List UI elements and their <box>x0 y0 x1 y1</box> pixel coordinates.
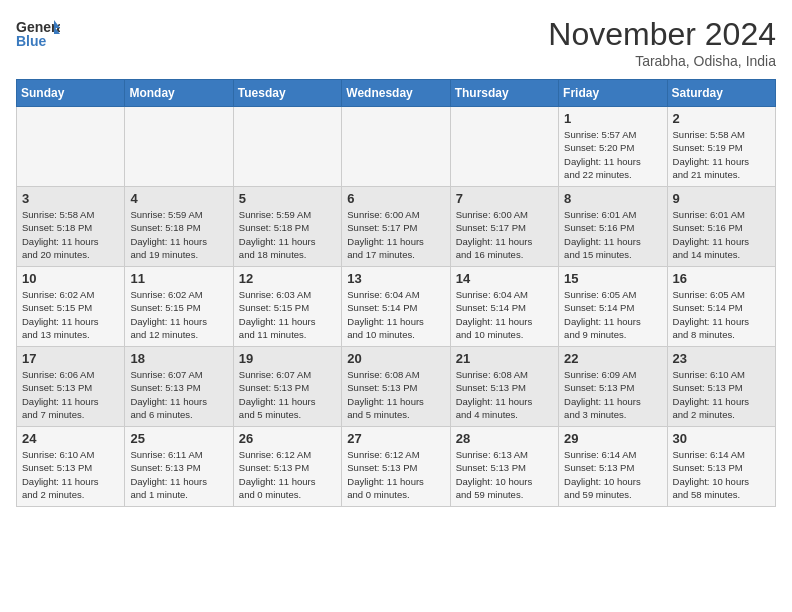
calendar-day-cell: 23Sunrise: 6:10 AM Sunset: 5:13 PM Dayli… <box>667 347 775 427</box>
day-number: 3 <box>22 191 119 206</box>
location-subtitle: Tarabha, Odisha, India <box>548 53 776 69</box>
day-info: Sunrise: 6:08 AM Sunset: 5:13 PM Dayligh… <box>347 368 444 421</box>
calendar-day-cell <box>17 107 125 187</box>
day-info: Sunrise: 6:07 AM Sunset: 5:13 PM Dayligh… <box>130 368 227 421</box>
day-number: 22 <box>564 351 661 366</box>
day-number: 6 <box>347 191 444 206</box>
day-number: 10 <box>22 271 119 286</box>
day-info: Sunrise: 6:14 AM Sunset: 5:13 PM Dayligh… <box>673 448 770 501</box>
day-number: 2 <box>673 111 770 126</box>
day-info: Sunrise: 6:11 AM Sunset: 5:13 PM Dayligh… <box>130 448 227 501</box>
logo: General Blue <box>16 16 64 52</box>
day-info: Sunrise: 5:59 AM Sunset: 5:18 PM Dayligh… <box>130 208 227 261</box>
calendar-day-cell: 29Sunrise: 6:14 AM Sunset: 5:13 PM Dayli… <box>559 427 667 507</box>
calendar-week-row: 3Sunrise: 5:58 AM Sunset: 5:18 PM Daylig… <box>17 187 776 267</box>
day-number: 1 <box>564 111 661 126</box>
day-info: Sunrise: 6:02 AM Sunset: 5:15 PM Dayligh… <box>22 288 119 341</box>
weekday-header-cell: Monday <box>125 80 233 107</box>
day-number: 12 <box>239 271 336 286</box>
calendar-week-row: 10Sunrise: 6:02 AM Sunset: 5:15 PM Dayli… <box>17 267 776 347</box>
calendar-day-cell: 28Sunrise: 6:13 AM Sunset: 5:13 PM Dayli… <box>450 427 558 507</box>
day-number: 11 <box>130 271 227 286</box>
calendar-day-cell: 21Sunrise: 6:08 AM Sunset: 5:13 PM Dayli… <box>450 347 558 427</box>
day-number: 4 <box>130 191 227 206</box>
calendar-day-cell: 30Sunrise: 6:14 AM Sunset: 5:13 PM Dayli… <box>667 427 775 507</box>
day-info: Sunrise: 6:04 AM Sunset: 5:14 PM Dayligh… <box>347 288 444 341</box>
calendar-day-cell: 2Sunrise: 5:58 AM Sunset: 5:19 PM Daylig… <box>667 107 775 187</box>
day-info: Sunrise: 6:01 AM Sunset: 5:16 PM Dayligh… <box>564 208 661 261</box>
day-info: Sunrise: 6:03 AM Sunset: 5:15 PM Dayligh… <box>239 288 336 341</box>
day-info: Sunrise: 6:05 AM Sunset: 5:14 PM Dayligh… <box>564 288 661 341</box>
day-number: 26 <box>239 431 336 446</box>
calendar-day-cell: 27Sunrise: 6:12 AM Sunset: 5:13 PM Dayli… <box>342 427 450 507</box>
calendar-day-cell: 18Sunrise: 6:07 AM Sunset: 5:13 PM Dayli… <box>125 347 233 427</box>
calendar-day-cell: 7Sunrise: 6:00 AM Sunset: 5:17 PM Daylig… <box>450 187 558 267</box>
day-number: 23 <box>673 351 770 366</box>
day-info: Sunrise: 5:57 AM Sunset: 5:20 PM Dayligh… <box>564 128 661 181</box>
weekday-header-cell: Saturday <box>667 80 775 107</box>
weekday-header-cell: Friday <box>559 80 667 107</box>
calendar-day-cell: 19Sunrise: 6:07 AM Sunset: 5:13 PM Dayli… <box>233 347 341 427</box>
calendar-day-cell: 26Sunrise: 6:12 AM Sunset: 5:13 PM Dayli… <box>233 427 341 507</box>
day-info: Sunrise: 6:00 AM Sunset: 5:17 PM Dayligh… <box>347 208 444 261</box>
weekday-header-cell: Sunday <box>17 80 125 107</box>
calendar-day-cell: 8Sunrise: 6:01 AM Sunset: 5:16 PM Daylig… <box>559 187 667 267</box>
calendar-day-cell: 6Sunrise: 6:00 AM Sunset: 5:17 PM Daylig… <box>342 187 450 267</box>
calendar-table: SundayMondayTuesdayWednesdayThursdayFrid… <box>16 79 776 507</box>
calendar-day-cell: 9Sunrise: 6:01 AM Sunset: 5:16 PM Daylig… <box>667 187 775 267</box>
calendar-day-cell: 12Sunrise: 6:03 AM Sunset: 5:15 PM Dayli… <box>233 267 341 347</box>
calendar-day-cell: 15Sunrise: 6:05 AM Sunset: 5:14 PM Dayli… <box>559 267 667 347</box>
day-info: Sunrise: 6:01 AM Sunset: 5:16 PM Dayligh… <box>673 208 770 261</box>
day-number: 14 <box>456 271 553 286</box>
calendar-day-cell: 1Sunrise: 5:57 AM Sunset: 5:20 PM Daylig… <box>559 107 667 187</box>
day-number: 20 <box>347 351 444 366</box>
calendar-day-cell: 25Sunrise: 6:11 AM Sunset: 5:13 PM Dayli… <box>125 427 233 507</box>
calendar-day-cell: 20Sunrise: 6:08 AM Sunset: 5:13 PM Dayli… <box>342 347 450 427</box>
month-title: November 2024 <box>548 16 776 53</box>
calendar-day-cell: 5Sunrise: 5:59 AM Sunset: 5:18 PM Daylig… <box>233 187 341 267</box>
day-number: 13 <box>347 271 444 286</box>
calendar-day-cell: 17Sunrise: 6:06 AM Sunset: 5:13 PM Dayli… <box>17 347 125 427</box>
day-info: Sunrise: 6:10 AM Sunset: 5:13 PM Dayligh… <box>22 448 119 501</box>
day-info: Sunrise: 6:07 AM Sunset: 5:13 PM Dayligh… <box>239 368 336 421</box>
svg-text:Blue: Blue <box>16 33 47 49</box>
weekday-header-cell: Tuesday <box>233 80 341 107</box>
calendar-day-cell <box>125 107 233 187</box>
day-info: Sunrise: 6:06 AM Sunset: 5:13 PM Dayligh… <box>22 368 119 421</box>
calendar-week-row: 24Sunrise: 6:10 AM Sunset: 5:13 PM Dayli… <box>17 427 776 507</box>
day-number: 15 <box>564 271 661 286</box>
day-number: 30 <box>673 431 770 446</box>
day-number: 24 <box>22 431 119 446</box>
day-number: 17 <box>22 351 119 366</box>
day-number: 9 <box>673 191 770 206</box>
calendar-day-cell: 3Sunrise: 5:58 AM Sunset: 5:18 PM Daylig… <box>17 187 125 267</box>
day-info: Sunrise: 6:04 AM Sunset: 5:14 PM Dayligh… <box>456 288 553 341</box>
day-info: Sunrise: 5:59 AM Sunset: 5:18 PM Dayligh… <box>239 208 336 261</box>
weekday-header-row: SundayMondayTuesdayWednesdayThursdayFrid… <box>17 80 776 107</box>
calendar-day-cell: 14Sunrise: 6:04 AM Sunset: 5:14 PM Dayli… <box>450 267 558 347</box>
day-info: Sunrise: 6:12 AM Sunset: 5:13 PM Dayligh… <box>239 448 336 501</box>
weekday-header-cell: Thursday <box>450 80 558 107</box>
day-number: 21 <box>456 351 553 366</box>
calendar-day-cell <box>450 107 558 187</box>
calendar-day-cell: 4Sunrise: 5:59 AM Sunset: 5:18 PM Daylig… <box>125 187 233 267</box>
weekday-header-cell: Wednesday <box>342 80 450 107</box>
day-info: Sunrise: 6:12 AM Sunset: 5:13 PM Dayligh… <box>347 448 444 501</box>
day-info: Sunrise: 6:08 AM Sunset: 5:13 PM Dayligh… <box>456 368 553 421</box>
day-number: 16 <box>673 271 770 286</box>
calendar-body: 1Sunrise: 5:57 AM Sunset: 5:20 PM Daylig… <box>17 107 776 507</box>
title-section: November 2024 Tarabha, Odisha, India <box>548 16 776 69</box>
calendar-day-cell <box>233 107 341 187</box>
day-number: 29 <box>564 431 661 446</box>
day-number: 5 <box>239 191 336 206</box>
calendar-week-row: 1Sunrise: 5:57 AM Sunset: 5:20 PM Daylig… <box>17 107 776 187</box>
calendar-day-cell: 22Sunrise: 6:09 AM Sunset: 5:13 PM Dayli… <box>559 347 667 427</box>
day-info: Sunrise: 6:05 AM Sunset: 5:14 PM Dayligh… <box>673 288 770 341</box>
day-info: Sunrise: 5:58 AM Sunset: 5:19 PM Dayligh… <box>673 128 770 181</box>
day-number: 7 <box>456 191 553 206</box>
calendar-day-cell <box>342 107 450 187</box>
day-info: Sunrise: 6:09 AM Sunset: 5:13 PM Dayligh… <box>564 368 661 421</box>
day-info: Sunrise: 6:13 AM Sunset: 5:13 PM Dayligh… <box>456 448 553 501</box>
day-number: 19 <box>239 351 336 366</box>
day-number: 28 <box>456 431 553 446</box>
